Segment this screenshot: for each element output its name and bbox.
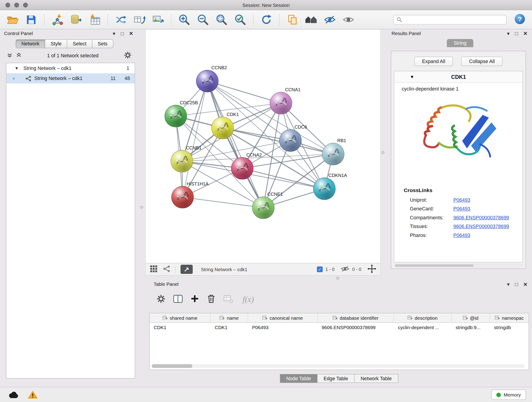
maximize-panel-icon[interactable]: □ xyxy=(121,31,124,36)
column-header[interactable]: canonical name xyxy=(248,313,318,322)
tab-select[interactable]: Select xyxy=(67,39,92,48)
network-node-ccnb2[interactable] xyxy=(196,70,219,92)
column-header[interactable]: @id xyxy=(452,313,490,322)
refresh-view-button[interactable] xyxy=(259,12,274,27)
search-box[interactable] xyxy=(393,15,507,24)
new-network-button[interactable] xyxy=(113,12,128,27)
close-window-icon[interactable] xyxy=(6,3,10,7)
network-node-rb1[interactable] xyxy=(322,143,344,165)
search-input[interactable] xyxy=(404,17,503,22)
column-header[interactable]: namespac xyxy=(490,313,529,322)
tab-sets[interactable]: Sets xyxy=(92,39,113,48)
zoom-out-button[interactable] xyxy=(195,12,211,27)
expand-all-networks-icon[interactable] xyxy=(16,52,22,59)
collapse-all-button[interactable]: Collapse All xyxy=(461,57,502,66)
tab-node-table[interactable]: Node Table xyxy=(280,374,317,383)
network-node-ccnb1[interactable] xyxy=(171,150,193,172)
zoom-in-button[interactable] xyxy=(177,12,192,27)
right-splitter-handle[interactable] xyxy=(381,151,385,154)
collapse-triangle-icon[interactable]: ▼ xyxy=(410,74,414,79)
crosslink-link[interactable]: 9606.ENSP00000378699 xyxy=(453,215,509,220)
help-button[interactable]: ? xyxy=(514,13,525,26)
show-columns-icon[interactable] xyxy=(173,294,183,305)
open-session-button[interactable] xyxy=(5,12,20,27)
import-table-from-file-button[interactable] xyxy=(87,12,102,27)
minimize-window-icon[interactable] xyxy=(14,3,19,7)
table-cell[interactable]: cyclin-dependent ... xyxy=(394,323,452,332)
tab-network[interactable]: Network xyxy=(16,39,45,48)
memory-button[interactable]: Memory xyxy=(491,390,526,400)
zoom-window-icon[interactable] xyxy=(23,3,28,7)
tab-edge-table[interactable]: Edge Table xyxy=(317,374,355,383)
show-graphics-details-button[interactable] xyxy=(341,12,356,27)
column-header[interactable]: name xyxy=(211,313,248,322)
table-cell[interactable]: CDK1 xyxy=(150,323,211,332)
selected-checkbox-icon[interactable]: ✓ xyxy=(317,267,323,272)
tab-style[interactable]: Style xyxy=(45,39,67,48)
network-options-gear-icon[interactable] xyxy=(124,51,132,60)
warning-icon[interactable] xyxy=(28,390,38,400)
crosslink-link[interactable]: 9606.ENSP00000378699 xyxy=(453,224,509,229)
hide-graphics-details-button[interactable] xyxy=(322,12,337,27)
table-cell[interactable]: stringdb:9... xyxy=(452,323,490,332)
network-node-cdk1[interactable] xyxy=(211,117,234,139)
tab-network-table[interactable]: Network Table xyxy=(354,374,398,383)
table-row[interactable]: CDK1 CDK1 P06493 9606.ENSP00000378699 cy… xyxy=(150,323,529,332)
collapse-triangle-icon[interactable]: ▼ xyxy=(15,66,19,70)
network-collection-row[interactable]: ▼ String Network – cdk1 1 xyxy=(6,63,135,73)
network-row[interactable]: ● String Network – cdk1 11 48 xyxy=(6,73,135,83)
column-header[interactable]: database identifier xyxy=(317,313,394,322)
crosslink-link[interactable]: P06493 xyxy=(453,206,470,211)
save-session-button[interactable] xyxy=(23,12,39,27)
maximize-panel-icon[interactable]: □ xyxy=(515,281,518,287)
horizontal-splitter-handle[interactable] xyxy=(336,277,339,280)
float-panel-icon[interactable]: ▾ xyxy=(113,31,115,36)
cloud-icon[interactable] xyxy=(7,390,19,400)
annotation-button[interactable] xyxy=(285,12,300,27)
import-network-from-file-button[interactable] xyxy=(50,12,65,27)
crosslink-link[interactable]: P06493 xyxy=(453,197,470,203)
protein-section-header[interactable]: ▼ CDK1 xyxy=(394,71,523,83)
expand-all-button[interactable]: Expand All xyxy=(414,57,453,66)
maximize-panel-icon[interactable]: □ xyxy=(515,31,518,36)
crosslink-link[interactable]: P06493 xyxy=(453,232,470,238)
close-panel-icon[interactable]: × xyxy=(524,30,527,36)
table-cell[interactable]: CDK1 xyxy=(211,323,248,332)
network-canvas[interactable]: CCNB2CCNA1CDC25BCDK1CDC6RB1CCNB1CCNA2CDK… xyxy=(146,30,380,263)
grid-icon[interactable] xyxy=(150,264,158,274)
collapse-all-networks-icon[interactable] xyxy=(7,52,13,59)
delete-column-trash-icon[interactable] xyxy=(207,294,216,305)
network-node-ccna1[interactable] xyxy=(270,92,292,114)
birdseye-view-button[interactable] xyxy=(181,265,193,274)
network-node-cdc6[interactable] xyxy=(279,129,302,152)
network-node-cdc25b[interactable] xyxy=(165,105,187,128)
zoom-selected-button[interactable] xyxy=(232,12,248,27)
network-node-hist1h1a[interactable] xyxy=(171,186,194,209)
network-node-ccne1[interactable] xyxy=(252,196,274,219)
zoom-fit-button[interactable] xyxy=(214,12,229,27)
table-options-gear-icon[interactable] xyxy=(157,294,166,305)
string-share-icon[interactable] xyxy=(162,264,171,274)
network-node-ccna2[interactable] xyxy=(231,157,253,180)
import-network-from-database-button[interactable] xyxy=(68,12,84,27)
network-node-cdkn1a[interactable] xyxy=(313,178,336,200)
new-network-from-selection-button[interactable] xyxy=(132,12,147,27)
left-splitter-handle[interactable] xyxy=(140,206,143,209)
home-button[interactable] xyxy=(303,12,319,27)
close-panel-icon[interactable]: × xyxy=(524,281,527,287)
tab-string-results[interactable]: String xyxy=(447,39,473,47)
column-header[interactable]: description xyxy=(394,313,452,322)
add-column-icon[interactable] xyxy=(190,294,199,304)
float-panel-icon[interactable]: ▾ xyxy=(507,31,510,36)
column-header[interactable]: shared name xyxy=(150,313,211,322)
table-cell[interactable]: 9606.ENSP00000378699 xyxy=(317,323,394,332)
table-cell[interactable]: P06493 xyxy=(248,323,318,332)
pan-crosshair-icon[interactable] xyxy=(367,264,376,274)
float-panel-icon[interactable]: ▾ xyxy=(507,281,510,287)
table-horizontal-scrollbar[interactable] xyxy=(152,364,525,368)
export-image-button[interactable] xyxy=(150,12,166,27)
table-cell[interactable]: stringdb xyxy=(490,323,529,332)
hidden-eye-slash-icon[interactable] xyxy=(341,265,350,274)
close-panel-icon[interactable]: × xyxy=(129,30,133,36)
results-horizontal-scrollbar[interactable] xyxy=(394,264,522,267)
